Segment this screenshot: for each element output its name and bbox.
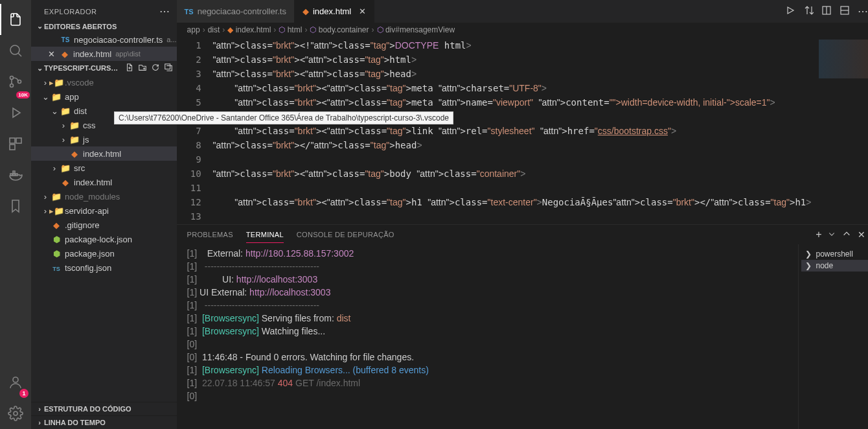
activity-source-control[interactable]: 10K (0, 66, 31, 97)
split-icon-2[interactable] (839, 5, 850, 18)
workspace-label: TYPESCRIPT-CURS… (44, 64, 118, 72)
breadcrumb[interactable]: app›dist›◆ index.html›⬡ html›⬡ body.cont… (177, 23, 868, 37)
tree-item[interactable]: ◆index.html (31, 146, 177, 161)
file-icon: TS (60, 36, 71, 43)
twist-icon: ⌄ (49, 106, 60, 116)
file-icon: 📁 (60, 106, 71, 116)
run-icon[interactable] (785, 5, 795, 18)
terminal-item-label: node (816, 261, 833, 270)
open-editor-item[interactable]: ✕◆index.htmlapp\dist (31, 47, 177, 61)
breadcrumb-item[interactable]: ⬡ html (279, 25, 302, 34)
chevron-down-icon: ⌄ (35, 22, 44, 30)
tree-item[interactable]: ◆.gitignore (31, 218, 177, 232)
file-icon: 📁 (51, 92, 62, 102)
tree-item[interactable]: TStsconfig.json (31, 261, 177, 275)
activity-account[interactable]: 1 (0, 367, 31, 398)
file-icon: ◆ (59, 49, 71, 59)
code-editor[interactable]: "attn">class="brkt"><!"attn">class="tag"… (213, 37, 812, 224)
bottom-panel: PROBLEMAS TERMINAL CONSOLE DE DEPURAÇÃO … (177, 224, 868, 429)
breadcrumb-item[interactable]: ⬡ div#mensagemView (377, 25, 455, 34)
terminal-output[interactable]: [1] External: http://180.125.88.157:3002… (177, 244, 799, 429)
timeline-header[interactable]: › LINHA DO TEMPO (31, 415, 177, 429)
svg-rect-4 (10, 138, 15, 143)
tree-item[interactable]: ◆index.html (31, 175, 177, 189)
open-editor-item[interactable]: TSnegociacao-controller.tsa... (31, 32, 177, 47)
tree-item-label: css (83, 121, 96, 130)
open-editors-header[interactable]: ⌄ EDITORES ABERTOS (31, 20, 177, 32)
workspace-header[interactable]: ⌄ TYPESCRIPT-CURS… (31, 61, 177, 75)
more-icon[interactable]: ⋯ (858, 5, 868, 17)
split-icon-1[interactable] (821, 5, 832, 18)
terminal-dropdown-icon[interactable] (828, 230, 836, 239)
tab-terminal[interactable]: TERMINAL (246, 227, 284, 243)
file-icon: ◆ (51, 220, 62, 230)
refresh-icon[interactable] (151, 63, 160, 73)
tab-problems[interactable]: PROBLEMAS (187, 227, 233, 242)
activity-docker[interactable] (0, 159, 31, 191)
account-badge: 1 (19, 389, 29, 398)
panel-tabs: PROBLEMAS TERMINAL CONSOLE DE DEPURAÇÃO … (177, 225, 868, 244)
file-icon: ◆ (303, 6, 309, 16)
new-terminal-icon[interactable]: + (816, 229, 821, 240)
breadcrumb-item[interactable]: app (187, 25, 200, 34)
explorer-more-icon[interactable]: ⋯ (159, 5, 170, 17)
terminal-list: ❯ powershell ❯ node (798, 244, 868, 429)
breadcrumb-item[interactable]: ◆ index.html (227, 25, 271, 34)
activity-run-debug[interactable] (0, 97, 31, 128)
explorer-title: EXPLORADOR (44, 8, 97, 16)
activity-bookmarks[interactable] (0, 191, 31, 222)
tree-item[interactable]: ›📁node_modules (31, 189, 177, 203)
tree-item-label: servidor-api (65, 206, 109, 216)
editor-tab[interactable]: TSnegociacao-controller.ts (177, 0, 295, 23)
file-icon: ◆ (60, 178, 71, 187)
activity-settings[interactable] (0, 398, 31, 429)
tree-item[interactable]: ›📁src (31, 161, 177, 175)
tree-item-label: tsconfig.json (65, 263, 111, 273)
svg-point-11 (13, 377, 18, 382)
tree-item-label: .vscode (65, 78, 94, 87)
twist-icon: › (40, 192, 51, 202)
tab-debug-console[interactable]: CONSOLE DE DEPURAÇÃO (297, 227, 394, 242)
svg-point-0 (10, 45, 19, 54)
tree-item[interactable]: ›▸📁.vscode (31, 75, 177, 89)
collapse-all-icon[interactable] (164, 63, 173, 73)
new-folder-icon[interactable] (138, 63, 147, 73)
editor-area: 12345678910111213 "attn">class="brkt"><!… (177, 37, 868, 224)
new-file-icon[interactable] (125, 63, 134, 73)
close-panel-icon[interactable]: ✕ (858, 229, 865, 240)
tree-item[interactable]: ⌄📁app (31, 89, 177, 104)
svg-rect-10 (13, 171, 15, 173)
file-icon: ⬢ (51, 235, 62, 244)
minimap[interactable] (811, 37, 868, 224)
timeline-label: LINHA DO TEMPO (44, 419, 106, 426)
breadcrumb-item[interactable]: dist (208, 25, 220, 34)
outline-label: ESTRUTURA DO CÓDIGO (44, 405, 131, 413)
editor-tab[interactable]: ◆index.html✕ (295, 0, 374, 23)
editor-tab-actions: ⋯ (785, 0, 868, 23)
close-icon[interactable]: ✕ (48, 49, 55, 59)
chevron-right-icon: › (35, 405, 44, 413)
path-tooltip: C:\Users\t776200\OneDrive - Santander Of… (114, 111, 453, 124)
tree-item-label: node_modules (65, 192, 120, 202)
terminal-item-node[interactable]: ❯ node (801, 260, 868, 272)
maximize-panel-icon[interactable] (842, 229, 851, 240)
tree-item[interactable]: ›📁js (31, 132, 177, 146)
activity-explorer[interactable] (0, 4, 31, 35)
activity-search[interactable] (0, 35, 31, 66)
terminal-item-label: powershell (816, 249, 852, 259)
file-desc: app\dist (115, 50, 141, 58)
tree-item[interactable]: ›▸📁servidor-api (31, 203, 177, 218)
tree-item[interactable]: ⬢package.json (31, 246, 177, 261)
terminal-item-powershell[interactable]: ❯ powershell (801, 248, 868, 260)
file-icon: 📁 (60, 163, 71, 173)
compare-icon[interactable] (803, 5, 814, 18)
file-label: index.html (73, 49, 111, 59)
outline-header[interactable]: › ESTRUTURA DO CÓDIGO (31, 402, 177, 415)
close-icon[interactable]: ✕ (359, 6, 366, 16)
tree-item-label: src (74, 163, 85, 173)
breadcrumb-item[interactable]: ⬡ body.container (310, 25, 369, 34)
file-icon: 📁 (69, 121, 80, 130)
activity-extensions[interactable] (0, 128, 31, 159)
tree-item[interactable]: ⬢package-lock.json (31, 232, 177, 246)
svg-point-12 (14, 412, 17, 415)
